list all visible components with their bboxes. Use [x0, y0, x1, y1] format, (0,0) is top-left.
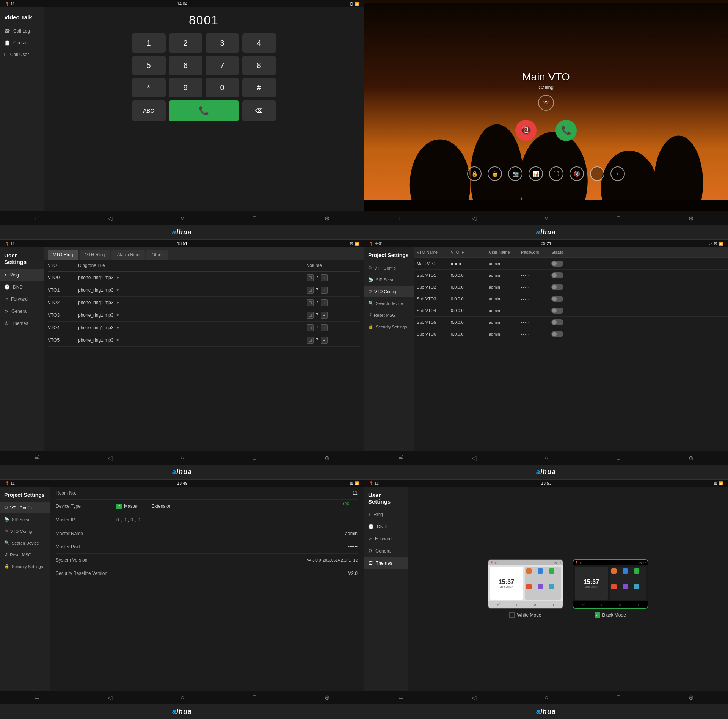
toggle-5[interactable] — [551, 319, 563, 325]
key-3[interactable]: 3 — [206, 33, 239, 53]
t-sidebar-ring[interactable]: ♪ Ring — [364, 509, 408, 521]
key-4[interactable]: 4 — [242, 33, 276, 53]
key-2[interactable]: 2 — [169, 33, 202, 53]
vol-inc-0[interactable]: + — [321, 274, 328, 281]
call-user-item[interactable]: □ Call User — [0, 49, 44, 60]
action-minus[interactable]: − — [590, 166, 604, 181]
key-1[interactable]: 1 — [132, 33, 166, 53]
action-camera[interactable]: 📷 — [508, 166, 522, 181]
vol-dec-5[interactable]: □ — [307, 337, 314, 344]
action-mute[interactable]: 🔇 — [570, 166, 584, 181]
nav-f6[interactable]: ⊕ — [689, 694, 693, 701]
toggle-4[interactable] — [551, 308, 563, 314]
nav-f3[interactable]: ⊕ — [325, 454, 329, 462]
toggle-1[interactable] — [551, 272, 563, 278]
key-star[interactable]: * — [132, 78, 166, 97]
vol-inc-3[interactable]: + — [321, 312, 328, 319]
white-mode-label[interactable]: White Mode — [509, 612, 541, 618]
sidebar-ring[interactable]: ♪ Ring — [0, 269, 44, 281]
vol-dec-2[interactable]: □ — [307, 299, 314, 306]
master-checkbox[interactable]: ✓ Master — [116, 504, 138, 509]
nav-h5[interactable]: ○ — [180, 694, 184, 701]
sidebar-themes[interactable]: 🖼 Themes — [0, 317, 44, 330]
nav-b6[interactable]: ◁ — [472, 694, 476, 701]
tab-other[interactable]: Other — [146, 250, 168, 260]
vol-dec-1[interactable]: □ — [307, 287, 314, 294]
nav-h6[interactable]: ○ — [544, 694, 548, 701]
sidebar-dnd[interactable]: 🕐 DND — [0, 281, 44, 293]
action-expand[interactable]: ⛶ — [549, 166, 563, 181]
accept-button[interactable]: 📞 — [555, 120, 577, 141]
delete-button[interactable]: ⌫ — [242, 100, 276, 121]
p-sip-server[interactable]: 📡 SIP Server — [364, 274, 414, 286]
nav-back-special-2[interactable]: ⏎ — [399, 215, 403, 222]
decline-button[interactable]: 📵 — [515, 120, 537, 141]
nav-back-special[interactable]: ⏎ — [35, 215, 39, 222]
vol-dec-4[interactable]: □ — [307, 324, 314, 331]
vol-inc-4[interactable]: + — [321, 324, 328, 331]
vol-inc-2[interactable]: + — [321, 299, 328, 306]
nav-b4[interactable]: ◁ — [472, 454, 476, 462]
key-6[interactable]: 6 — [169, 56, 202, 75]
nav-r5[interactable]: □ — [253, 694, 256, 701]
t-sidebar-dnd[interactable]: 🕐 DND — [364, 521, 408, 533]
t-sidebar-general[interactable]: ⚙ General — [364, 545, 408, 557]
nav-f5[interactable]: ⊕ — [325, 694, 329, 701]
key-hash[interactable]: # — [242, 78, 276, 97]
toggle-3[interactable] — [551, 296, 563, 302]
vol-inc-1[interactable]: + — [321, 287, 328, 294]
vol-dec-3[interactable]: □ — [307, 312, 314, 319]
nav-recent-2[interactable]: □ — [617, 215, 620, 221]
p-security-settings[interactable]: 🔒 Security Settings — [364, 321, 414, 333]
call-button[interactable]: 📞 — [169, 100, 239, 121]
key-7[interactable]: 7 — [206, 56, 239, 75]
call-log-item[interactable]: ☎ Call Log — [0, 25, 44, 37]
nav-r3[interactable]: □ — [253, 454, 256, 461]
toggle-2[interactable] — [551, 284, 563, 290]
nav-recent[interactable]: □ — [253, 215, 256, 221]
p5-sip-server[interactable]: 📡 SIP Server — [0, 513, 50, 525]
action-lock-open[interactable]: 🔒 — [467, 166, 482, 181]
p5-security-settings[interactable]: 🔒 Security Settings — [0, 560, 50, 572]
p-search-device[interactable]: 🔍 Search Device — [364, 297, 414, 309]
p5-vto-config[interactable]: ⚙ VTO Config — [0, 525, 50, 537]
key-8[interactable]: 8 — [242, 56, 276, 75]
nav-back-2[interactable]: ◁ — [472, 215, 476, 222]
nav-bs5[interactable]: ⏎ — [35, 694, 39, 701]
sidebar-general[interactable]: ⚙ General — [0, 305, 44, 317]
nav-h3[interactable]: ○ — [180, 454, 184, 461]
action-plus[interactable]: + — [610, 166, 625, 181]
nav-bs4[interactable]: ⏎ — [399, 454, 403, 462]
nav-back[interactable]: ◁ — [108, 215, 112, 222]
nav-r6[interactable]: □ — [617, 694, 620, 701]
nav-h4[interactable]: ○ — [544, 454, 548, 461]
extension-checkbox[interactable]: Extension — [144, 504, 172, 509]
key-abc[interactable]: ABC — [132, 100, 166, 121]
action-stats[interactable]: 📊 — [529, 166, 543, 181]
t-sidebar-themes[interactable]: 🖼 Themes — [364, 557, 408, 569]
p5-search-device[interactable]: 🔍 Search Device — [0, 537, 50, 549]
p5-reset-msg[interactable]: ↺ Reset MSG — [0, 549, 50, 560]
toggle-0[interactable] — [551, 261, 563, 267]
tab-vth-ring[interactable]: VTH Ring — [80, 250, 110, 260]
nav-forward-2[interactable]: ⊕ — [689, 215, 693, 222]
tab-alarm-ring[interactable]: Alarm Ring — [111, 250, 144, 260]
key-0[interactable]: 0 — [206, 78, 239, 97]
nav-home[interactable]: ○ — [180, 215, 184, 221]
vol-inc-5[interactable]: + — [321, 337, 328, 344]
nav-b3[interactable]: ◁ — [108, 454, 112, 462]
sidebar-forward[interactable]: ↗ Forward — [0, 293, 44, 305]
vol-dec-0[interactable]: □ — [307, 274, 314, 281]
nav-bs3[interactable]: ⏎ — [35, 454, 39, 462]
nav-b5[interactable]: ◁ — [108, 694, 112, 701]
nav-r4[interactable]: □ — [617, 454, 620, 461]
p5-vth-config[interactable]: ① VTH Config — [0, 502, 50, 513]
toggle-6[interactable] — [551, 331, 563, 337]
contact-item[interactable]: 📋 Contact — [0, 37, 44, 49]
p-vth-config[interactable]: ① VTH Config — [364, 262, 414, 274]
key-9[interactable]: 9 — [169, 78, 202, 97]
p-vto-config[interactable]: ⚙ VTO Config — [364, 286, 414, 297]
ok-button[interactable]: OK — [343, 501, 350, 507]
p-reset-msg[interactable]: ↺ Reset MSG — [364, 309, 414, 321]
nav-f4[interactable]: ⊕ — [689, 454, 693, 462]
